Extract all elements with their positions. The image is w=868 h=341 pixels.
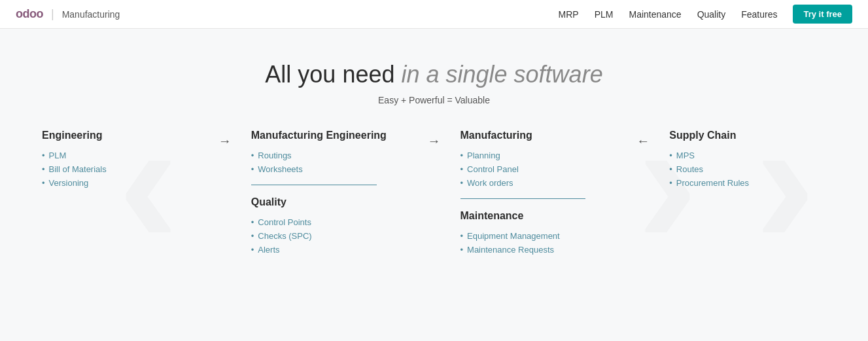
nav-right: MRP PLM Maintenance Quality Features Try… <box>559 5 852 24</box>
arrow-mfg-to-supply: ← <box>627 129 659 147</box>
col-engineering: Engineering PLM Bill of Materials Versio… <box>31 129 209 192</box>
nav-module-label: Manufacturing <box>62 9 120 20</box>
nav-link-features[interactable]: Features <box>741 9 777 20</box>
maintenance-item-equipment: Equipment Management <box>460 231 617 241</box>
try-it-free-button[interactable]: Try it free <box>793 5 852 24</box>
arrow-eng-to-mfgeng: → <box>209 129 241 147</box>
hero-title: All you need in a single software <box>0 60 868 88</box>
supply-chain-title: Supply Chain <box>669 129 826 143</box>
quality-item-checks-spc: Checks (SPC) <box>251 231 408 241</box>
nav-left: odoo | Manufacturing <box>16 7 120 21</box>
col-supply-chain: Supply Chain MPS Routes Procurement Rule… <box>659 129 837 192</box>
col-manufacturing: Manufacturing Planning Control Panel Wor… <box>450 129 628 259</box>
nav-link-maintenance[interactable]: Maintenance <box>629 9 681 20</box>
logo-text: odoo <box>16 7 43 21</box>
supply-item-routes: Routes <box>669 164 826 174</box>
mfg-engineering-title: Manufacturing Engineering <box>251 129 408 143</box>
engineering-item-versioning: Versioning <box>42 178 199 188</box>
arrow-mfgeng-to-mfg: → <box>419 129 450 147</box>
maintenance-list: Equipment Management Maintenance Request… <box>460 231 617 255</box>
supply-chain-list: MPS Routes Procurement Rules <box>669 151 826 188</box>
hero-title-part1: All you need <box>265 61 394 88</box>
manufacturing-title: Manufacturing <box>460 129 617 143</box>
mfg-item-control-panel: Control Panel <box>460 164 617 174</box>
engineering-title: Engineering <box>42 129 199 143</box>
left-arrow-icon: ← <box>636 134 650 147</box>
nav-divider: | <box>51 7 54 21</box>
mfg-item-work-orders: Work orders <box>460 178 617 188</box>
quality-item-control-points: Control Points <box>251 217 408 227</box>
right-arrow-icon-1: → <box>218 134 232 147</box>
col-mfg-engineering: Manufacturing Engineering Routings Works… <box>241 129 419 259</box>
hero-title-part2: in a single software <box>401 61 602 88</box>
nav-link-plm[interactable]: PLM <box>595 9 614 20</box>
mfg-eng-item-worksheets: Worksheets <box>251 164 408 174</box>
hero-section: All you need in a single software Easy +… <box>0 29 868 129</box>
content-area: › › › Engineering PLM Bill of Materials … <box>0 129 868 259</box>
maintenance-item-requests: Maintenance Requests <box>460 245 617 255</box>
engineering-item-bom: Bill of Materials <box>42 164 199 174</box>
divider-mfg-eng <box>251 185 377 185</box>
feature-columns: Engineering PLM Bill of Materials Versio… <box>31 129 837 259</box>
engineering-item-plm: PLM <box>42 151 199 160</box>
supply-item-mps: MPS <box>669 151 826 160</box>
mfg-item-planning: Planning <box>460 151 617 160</box>
quality-title: Quality <box>251 196 408 209</box>
quality-list: Control Points Checks (SPC) Alerts <box>251 217 408 255</box>
mfg-engineering-list: Routings Worksheets <box>251 151 408 174</box>
divider-manufacturing <box>460 198 586 199</box>
engineering-list: PLM Bill of Materials Versioning <box>42 151 199 188</box>
quality-item-alerts: Alerts <box>251 245 408 255</box>
maintenance-title: Maintenance <box>460 209 617 223</box>
nav-link-quality[interactable]: Quality <box>697 9 726 20</box>
manufacturing-list: Planning Control Panel Work orders <box>460 151 617 188</box>
navbar: odoo | Manufacturing MRP PLM Maintenance… <box>0 0 868 29</box>
mfg-eng-item-routings: Routings <box>251 151 408 160</box>
right-arrow-icon-2: → <box>428 134 441 147</box>
supply-item-procurement: Procurement Rules <box>669 178 826 188</box>
odoo-logo: odoo <box>16 7 43 21</box>
hero-subtitle: Easy + Powerful = Valuable <box>0 95 868 105</box>
nav-link-mrp[interactable]: MRP <box>559 9 579 20</box>
